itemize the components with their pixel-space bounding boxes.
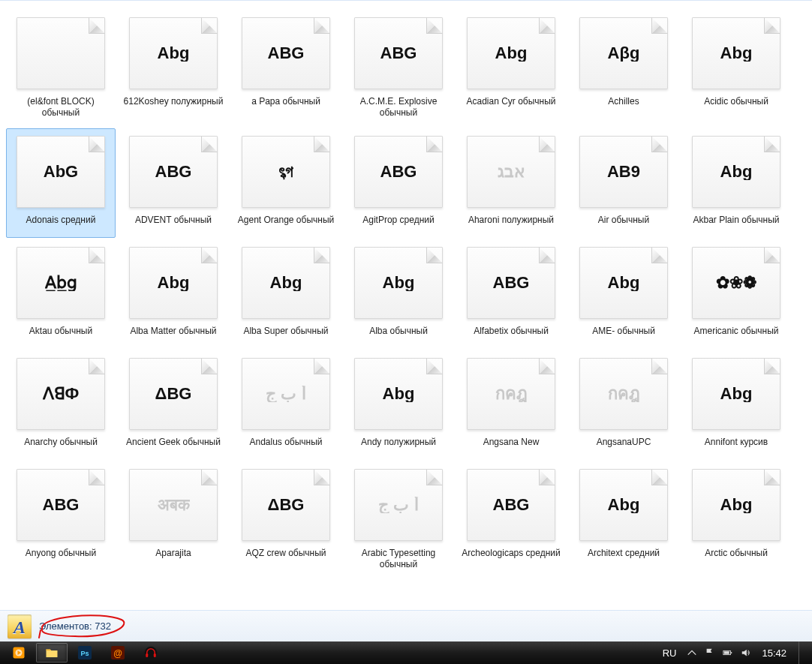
font-item[interactable]: ABGArcheologicaps средний xyxy=(456,461,566,578)
font-item[interactable]: AbgAnnifont курсив xyxy=(681,350,791,460)
page-fold-icon xyxy=(89,247,105,263)
page-fold-icon xyxy=(201,136,218,152)
thumbnail-wrap: Abg xyxy=(463,12,559,95)
font-preview-text: Abg xyxy=(158,45,190,62)
font-item[interactable]: ABGADVENT обычный xyxy=(119,128,228,238)
flag-icon[interactable] xyxy=(705,647,715,658)
font-item[interactable]: Abg612Koshey полужирный xyxy=(119,10,228,127)
font-item[interactable]: ΔBGAncient Geek обычный xyxy=(119,350,228,460)
font-item[interactable]: (el&font BLOCK) обычный xyxy=(6,10,116,127)
font-label: Annifont курсив xyxy=(684,435,789,458)
font-item[interactable]: ABGAlfabetix обычный xyxy=(456,239,566,349)
font-label: Aharoni полужирный xyxy=(459,213,564,236)
font-item[interactable]: AB9Air обычный xyxy=(569,128,678,238)
font-preview-text: Abg xyxy=(720,497,753,513)
show-desktop-button[interactable] xyxy=(798,641,806,664)
font-item[interactable]: AbgArctic обычный xyxy=(681,461,791,578)
thumbnail-wrap: Αβg xyxy=(576,12,672,95)
font-item[interactable]: ABGA.C.M.E. Explosive обычный xyxy=(344,10,453,127)
page-fold-icon xyxy=(764,469,780,485)
font-item[interactable]: กคฎAngsanaUPC xyxy=(569,350,678,460)
font-label: Anarchy обычный xyxy=(8,435,113,458)
font-preview-text: Abg xyxy=(383,386,415,402)
font-item[interactable]: أ ب جAndalus обычный xyxy=(231,350,341,460)
font-thumbnail: ABG xyxy=(354,136,443,208)
font-item[interactable]: AbgAcidic обычный xyxy=(681,10,791,127)
font-thumbnail: A̲b̲g̲ xyxy=(17,247,105,319)
font-item[interactable]: ABGAgitProp средний xyxy=(344,128,453,238)
thumbnail-wrap: ABG xyxy=(125,131,221,213)
font-preview-text: A̲b̲g̲ xyxy=(45,275,77,291)
thumbnail-wrap: Abg xyxy=(125,242,221,324)
thumbnail-wrap: Abg xyxy=(125,12,221,95)
font-thumbnail: Αβg xyxy=(579,17,668,89)
font-label: Alba обычный xyxy=(346,324,451,347)
language-indicator[interactable]: RU xyxy=(660,647,680,659)
font-item[interactable]: AbgAkbar Plain обычный xyxy=(681,128,791,238)
font-item[interactable]: ৎব্গAgent Orange обычный xyxy=(231,128,341,238)
font-thumbnail: ABG xyxy=(129,136,218,208)
font-item[interactable]: AbgArchitext средний xyxy=(569,461,678,578)
font-item[interactable]: ΔBGAQZ crew обычный xyxy=(231,461,341,578)
font-preview-text: Abg xyxy=(608,497,640,513)
font-thumbnail xyxy=(17,17,105,89)
font-thumbnail: ꓥꓭФ xyxy=(17,358,105,430)
page-fold-icon xyxy=(764,247,780,263)
file-pane[interactable]: (el&font BLOCK) обычныйAbg612Koshey полу… xyxy=(0,1,812,610)
thumbnail-wrap: ꓥꓭФ xyxy=(13,353,109,435)
taskbar-app-headphones[interactable] xyxy=(135,643,167,662)
tray-chevron-up-icon[interactable] xyxy=(687,647,697,658)
thumbnail-wrap: ABG xyxy=(350,12,447,95)
font-item[interactable]: กคฎAngsana New xyxy=(456,350,566,460)
page-fold-icon xyxy=(651,17,668,34)
font-label: a Papa обычный xyxy=(233,95,338,117)
thumbnail-wrap: ABG xyxy=(13,464,109,546)
font-preview-text: अबक xyxy=(158,497,190,513)
taskbar-app-mail[interactable]: @ xyxy=(102,643,134,662)
font-label: Andalus обычный xyxy=(233,435,338,458)
font-item[interactable]: AbgAcadian Cyr обычный xyxy=(456,10,566,127)
taskbar-app-photoshop[interactable]: Ps xyxy=(69,643,101,662)
page-fold-icon xyxy=(314,358,330,374)
thumbnail-wrap: Abg xyxy=(688,353,784,435)
font-item[interactable]: אבגAharoni полужирный xyxy=(456,128,566,238)
font-item[interactable]: AbGAdonais средний xyxy=(6,128,116,238)
page-fold-icon xyxy=(651,358,668,374)
font-item[interactable]: AbgAME- обычный xyxy=(569,239,678,349)
font-thumbnail: Abg xyxy=(467,17,555,89)
battery-icon[interactable] xyxy=(723,647,733,658)
font-preview-text: ABG xyxy=(380,45,417,62)
font-thumbnail: ABG xyxy=(467,469,555,541)
clock[interactable]: 15:42 xyxy=(759,647,789,659)
taskbar-app-explorer[interactable] xyxy=(36,643,68,662)
font-item[interactable]: ꓥꓭФAnarchy обычный xyxy=(6,350,116,460)
font-item[interactable]: AbgAlba обычный xyxy=(344,239,453,349)
page-fold-icon xyxy=(764,136,780,152)
thumbnail-wrap: กคฎ xyxy=(463,353,559,435)
font-thumbnail: ৎব্গ xyxy=(242,136,330,208)
font-item[interactable]: A̲b̲g̲Aktau обычный xyxy=(6,239,116,349)
font-thumbnail: ABG xyxy=(242,17,330,89)
page-fold-icon xyxy=(314,469,330,485)
details-bar: A Элементов: 732 xyxy=(0,610,812,641)
font-item[interactable]: أ ب جArabic Typesetting обычный xyxy=(344,461,453,578)
font-thumbnail: ΔBG xyxy=(129,358,218,430)
page-fold-icon xyxy=(764,17,780,34)
font-item[interactable]: AbgAlba Super обычный xyxy=(231,239,341,349)
font-item[interactable]: AbgAndy полужирный xyxy=(344,350,453,460)
font-item[interactable]: ABGa Papa обычный xyxy=(231,10,341,127)
font-item[interactable]: AbgAlba Matter обычный xyxy=(119,239,228,349)
font-item[interactable]: अबकAparajita xyxy=(119,461,228,578)
font-thumbnail: Abg xyxy=(579,247,668,319)
volume-icon[interactable] xyxy=(741,647,751,658)
thumbnail-wrap: AbG xyxy=(13,131,109,213)
font-item[interactable]: ΑβgAchilles xyxy=(569,10,678,127)
font-preview-text: Αβg xyxy=(608,45,640,62)
font-item[interactable]: ✿❀❁Americanic обычный xyxy=(681,239,791,349)
font-label: ADVENT обычный xyxy=(121,213,226,236)
taskbar-app-mediaplayer[interactable] xyxy=(3,643,35,662)
font-item[interactable]: ABGAnyong обычный xyxy=(6,461,116,578)
font-preview-text: Abg xyxy=(720,45,753,62)
font-thumbnail: กคฎ xyxy=(467,358,555,430)
page-fold-icon xyxy=(426,469,443,485)
